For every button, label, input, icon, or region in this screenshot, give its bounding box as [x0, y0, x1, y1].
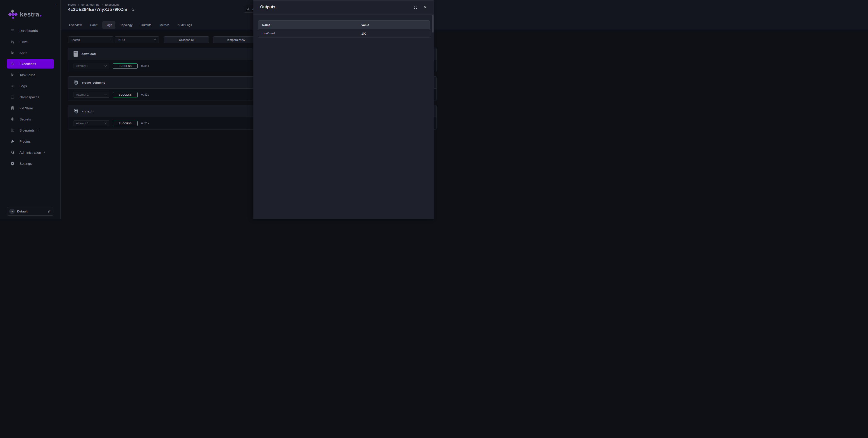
timeline-text-icon [10, 83, 15, 88]
tenant-avatar: DE [9, 209, 15, 214]
file-tree-icon [10, 39, 15, 44]
log-search-input[interactable] [71, 38, 111, 42]
temporal-view-button[interactable]: Temporal view [213, 36, 258, 43]
outputs-table-header: Name Value [258, 21, 430, 29]
chevron-right-icon [43, 150, 46, 155]
tab-topology[interactable]: Topology [117, 21, 136, 29]
expand-fullscreen-icon[interactable] [414, 5, 417, 9]
column-header-name: Name [258, 23, 361, 27]
gear-icon [10, 161, 15, 166]
breadcrumb-flows[interactable]: Flows [68, 3, 76, 6]
sidebar-item-apps[interactable]: Apps [7, 48, 54, 58]
blueprints-icon [10, 128, 15, 133]
chevron-down-icon [154, 39, 156, 41]
scrollbar-thumb[interactable] [432, 15, 434, 33]
column-header-value: Value [361, 23, 430, 27]
breadcrumb: Flows / dv-aj.neon-db / Executions [68, 3, 120, 6]
postgresql-icon [73, 80, 79, 85]
postgresql-icon [73, 108, 79, 114]
chevron-down-icon [104, 65, 107, 67]
log-level-select[interactable]: INFO [115, 36, 159, 43]
task-duration: 0.83s [141, 64, 149, 68]
attempt-select[interactable]: Attempt 1 [73, 63, 109, 69]
database-icon [10, 106, 15, 110]
status-badge: SUCCESS [113, 63, 137, 69]
shield-account-icon [10, 150, 15, 155]
tab-logs[interactable]: Logs [102, 21, 115, 29]
timeline-clock-icon [10, 61, 15, 66]
chevron-right-icon [37, 128, 39, 132]
output-name: rowCount [258, 32, 361, 35]
sidebar-item-executions[interactable]: Executions [7, 59, 54, 68]
attempt-select[interactable]: Attempt 1 [73, 121, 109, 126]
outputs-panel-title: Outputs [260, 5, 414, 9]
execution-tabs: Overview Gantt Logs Topology Outputs Met… [66, 21, 197, 29]
chevron-down-icon [104, 123, 107, 124]
sidebar-item-secrets[interactable]: Secrets [7, 114, 54, 124]
sidebar-item-task-runs[interactable]: Task Runs [7, 70, 54, 79]
power-plug-icon [10, 139, 15, 144]
status-badge: SUCCESS [113, 121, 137, 126]
log-search-field[interactable] [68, 36, 113, 43]
tab-metrics[interactable]: Metrics [156, 21, 173, 29]
outputs-table: Name Value rowCount 100 [258, 20, 430, 38]
chart-gantt-icon [10, 72, 15, 77]
collapse-all-button[interactable]: Collapse all [164, 36, 209, 43]
breadcrumb-executions[interactable]: Executions [105, 3, 120, 6]
sidebar-item-plugins[interactable]: Plugins [7, 136, 54, 146]
task-duration: 0.23s [141, 122, 149, 125]
http-download-icon: HTTP↓ [73, 51, 78, 57]
breadcrumb-namespace[interactable]: dv-aj.neon-db [82, 3, 99, 6]
dashboard-grid-icon [10, 28, 15, 33]
outputs-panel-header: Outputs [253, 0, 434, 14]
shield-key-icon [10, 116, 15, 122]
tenant-switcher[interactable]: DE Default ⇄ [7, 207, 53, 215]
sidebar-item-flows[interactable]: Flows [7, 37, 54, 46]
sidebar-item-kv-store[interactable]: KV Store [7, 103, 54, 113]
tab-outputs[interactable]: Outputs [137, 21, 155, 29]
kestra-logo-text: kestra [20, 11, 41, 18]
close-icon[interactable] [423, 5, 427, 9]
attempt-select[interactable]: Attempt 1 [73, 92, 109, 98]
status-badge: SUCCESS [113, 92, 137, 97]
search-icon [246, 7, 249, 10]
execution-id-title: 4c2UE284Ee77nyXJb79KCm [68, 7, 127, 12]
sidebar: ‹ kestra Dashboards Flows [0, 0, 61, 219]
outputs-table-row[interactable]: rowCount 100 [258, 29, 430, 37]
kestra-logo-icon [9, 9, 17, 20]
tab-gantt[interactable]: Gantt [87, 21, 100, 29]
swap-arrows-icon: ⇄ [48, 209, 51, 213]
sidebar-item-logs[interactable]: Logs [7, 81, 54, 91]
sidebar-item-namespaces[interactable]: Namespaces [7, 92, 54, 102]
sidebar-nav: Dashboards Flows Apps [7, 26, 54, 170]
star-icon[interactable] [131, 8, 135, 11]
task-duration: 0.81s [141, 93, 149, 96]
sidebar-item-blueprints[interactable]: Blueprints [7, 126, 54, 135]
sidebar-item-administration[interactable]: Administration [7, 147, 54, 157]
sidebar-item-settings[interactable]: Settings [7, 159, 54, 168]
dots-grid-icon [10, 95, 15, 99]
sidebar-item-dashboards[interactable]: Dashboards [7, 26, 54, 35]
tab-audit-logs[interactable]: Audit Logs [174, 21, 195, 29]
search-icon [111, 38, 111, 41]
outputs-panel: Outputs Name Value rowCount 100 [253, 0, 434, 219]
list-plus-icon [10, 50, 15, 55]
chevron-down-icon [104, 94, 107, 95]
sidebar-collapse-icon[interactable]: ‹ [56, 2, 57, 6]
kestra-logo[interactable]: kestra [9, 9, 41, 20]
output-value: 100 [361, 32, 430, 35]
tab-overview[interactable]: Overview [66, 21, 85, 29]
